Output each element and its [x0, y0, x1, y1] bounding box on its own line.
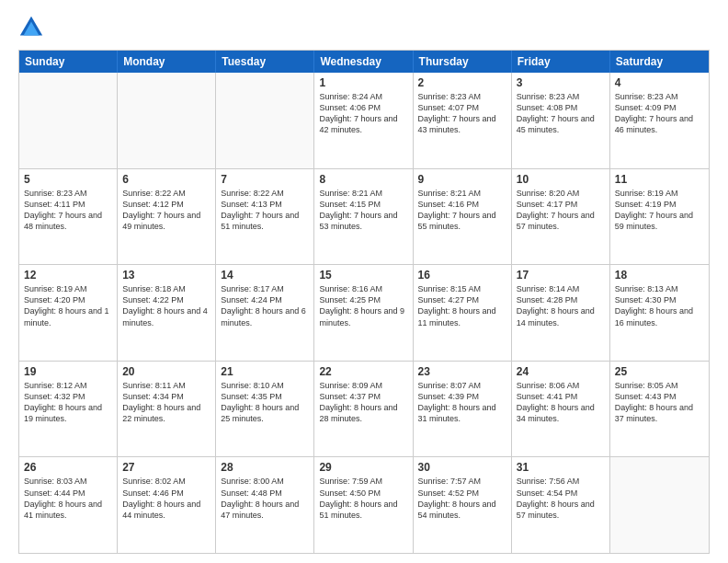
header-day-tuesday: Tuesday [216, 51, 314, 73]
day-info: Sunrise: 7:59 AMSunset: 4:50 PMDaylight:… [319, 476, 407, 521]
day-info: Sunrise: 8:16 AMSunset: 4:25 PMDaylight:… [319, 283, 407, 328]
header-day-sunday: Sunday [19, 51, 118, 73]
calendar-row-5: 26Sunrise: 8:03 AMSunset: 4:44 PMDayligh… [19, 456, 709, 553]
day-info: Sunrise: 8:23 AMSunset: 4:11 PMDaylight:… [24, 188, 112, 233]
calendar-cell [610, 457, 709, 553]
day-number: 5 [24, 173, 112, 186]
calendar-cell: 19Sunrise: 8:12 AMSunset: 4:32 PMDayligh… [19, 362, 118, 457]
day-info: Sunrise: 8:21 AMSunset: 4:15 PMDaylight:… [319, 188, 407, 233]
day-number: 16 [418, 269, 506, 282]
day-info: Sunrise: 8:22 AMSunset: 4:13 PMDaylight:… [221, 188, 309, 233]
day-info: Sunrise: 8:02 AMSunset: 4:46 PMDaylight:… [122, 476, 210, 521]
calendar-cell: 12Sunrise: 8:19 AMSunset: 4:20 PMDayligh… [19, 265, 118, 361]
day-number: 2 [418, 76, 506, 89]
day-number: 4 [615, 76, 704, 89]
day-info: Sunrise: 8:05 AMSunset: 4:43 PMDaylight:… [615, 380, 704, 425]
calendar-cell: 13Sunrise: 8:18 AMSunset: 4:22 PMDayligh… [118, 265, 216, 361]
day-number: 26 [24, 461, 112, 474]
day-info: Sunrise: 8:23 AMSunset: 4:07 PMDaylight:… [418, 91, 506, 136]
calendar-row-2: 5Sunrise: 8:23 AMSunset: 4:11 PMDaylight… [19, 168, 709, 265]
calendar-cell: 8Sunrise: 8:21 AMSunset: 4:15 PMDaylight… [314, 169, 413, 265]
day-number: 25 [615, 365, 704, 378]
day-info: Sunrise: 8:21 AMSunset: 4:16 PMDaylight:… [418, 188, 506, 233]
day-info: Sunrise: 8:07 AMSunset: 4:39 PMDaylight:… [418, 380, 506, 425]
calendar-cell: 30Sunrise: 7:57 AMSunset: 4:52 PMDayligh… [414, 457, 512, 553]
day-info: Sunrise: 7:56 AMSunset: 4:54 PMDaylight:… [517, 476, 605, 521]
day-info: Sunrise: 8:22 AMSunset: 4:12 PMDaylight:… [122, 188, 210, 233]
calendar-cell: 11Sunrise: 8:19 AMSunset: 4:19 PMDayligh… [610, 169, 709, 265]
day-number: 22 [319, 365, 407, 378]
calendar: SundayMondayTuesdayWednesdayThursdayFrid… [18, 50, 710, 554]
day-number: 12 [24, 269, 112, 282]
calendar-cell: 18Sunrise: 8:13 AMSunset: 4:30 PMDayligh… [610, 265, 709, 361]
calendar-body: 1Sunrise: 8:24 AMSunset: 4:06 PMDaylight… [19, 73, 709, 553]
header-day-friday: Friday [512, 51, 610, 73]
calendar-cell: 26Sunrise: 8:03 AMSunset: 4:44 PMDayligh… [19, 457, 118, 553]
day-info: Sunrise: 8:13 AMSunset: 4:30 PMDaylight:… [615, 283, 704, 328]
day-number: 15 [319, 269, 407, 282]
header-day-thursday: Thursday [414, 51, 512, 73]
day-info: Sunrise: 8:11 AMSunset: 4:34 PMDaylight:… [122, 380, 210, 425]
day-number: 20 [122, 365, 210, 378]
day-info: Sunrise: 8:23 AMSunset: 4:08 PMDaylight:… [517, 91, 605, 136]
day-number: 10 [517, 173, 605, 186]
logo [18, 15, 48, 40]
day-info: Sunrise: 8:20 AMSunset: 4:17 PMDaylight:… [517, 188, 605, 233]
day-info: Sunrise: 8:23 AMSunset: 4:09 PMDaylight:… [615, 91, 704, 136]
calendar-cell: 16Sunrise: 8:15 AMSunset: 4:27 PMDayligh… [414, 265, 512, 361]
calendar-cell: 4Sunrise: 8:23 AMSunset: 4:09 PMDaylight… [610, 73, 709, 168]
calendar-cell: 2Sunrise: 8:23 AMSunset: 4:07 PMDaylight… [414, 73, 512, 168]
day-info: Sunrise: 8:19 AMSunset: 4:20 PMDaylight:… [24, 283, 112, 328]
calendar-cell: 22Sunrise: 8:09 AMSunset: 4:37 PMDayligh… [314, 362, 413, 457]
day-info: Sunrise: 8:09 AMSunset: 4:37 PMDaylight:… [319, 380, 407, 425]
calendar-row-1: 1Sunrise: 8:24 AMSunset: 4:06 PMDaylight… [19, 73, 709, 168]
day-info: Sunrise: 8:15 AMSunset: 4:27 PMDaylight:… [418, 283, 506, 328]
day-number: 3 [517, 76, 605, 89]
calendar-cell [118, 73, 216, 168]
calendar-cell: 9Sunrise: 8:21 AMSunset: 4:16 PMDaylight… [414, 169, 512, 265]
day-number: 21 [221, 365, 309, 378]
calendar-row-3: 12Sunrise: 8:19 AMSunset: 4:20 PMDayligh… [19, 264, 709, 361]
day-info: Sunrise: 8:03 AMSunset: 4:44 PMDaylight:… [24, 476, 112, 521]
day-info: Sunrise: 8:14 AMSunset: 4:28 PMDaylight:… [517, 283, 605, 328]
calendar-row-4: 19Sunrise: 8:12 AMSunset: 4:32 PMDayligh… [19, 361, 709, 457]
day-number: 17 [517, 269, 605, 282]
day-number: 7 [221, 173, 309, 186]
calendar-cell: 10Sunrise: 8:20 AMSunset: 4:17 PMDayligh… [512, 169, 610, 265]
day-number: 30 [418, 461, 506, 474]
calendar-cell: 31Sunrise: 7:56 AMSunset: 4:54 PMDayligh… [512, 457, 610, 553]
page: SundayMondayTuesdayWednesdayThursdayFrid… [0, 0, 728, 563]
header [18, 15, 710, 40]
header-day-wednesday: Wednesday [314, 51, 413, 73]
day-number: 1 [319, 76, 407, 89]
day-info: Sunrise: 8:17 AMSunset: 4:24 PMDaylight:… [221, 283, 309, 328]
day-info: Sunrise: 8:18 AMSunset: 4:22 PMDaylight:… [122, 283, 210, 328]
header-day-monday: Monday [118, 51, 216, 73]
calendar-cell: 5Sunrise: 8:23 AMSunset: 4:11 PMDaylight… [19, 169, 118, 265]
header-day-saturday: Saturday [610, 51, 709, 73]
calendar-cell: 6Sunrise: 8:22 AMSunset: 4:12 PMDaylight… [118, 169, 216, 265]
calendar-cell [19, 73, 118, 168]
calendar-cell: 1Sunrise: 8:24 AMSunset: 4:06 PMDaylight… [314, 73, 413, 168]
day-info: Sunrise: 8:24 AMSunset: 4:06 PMDaylight:… [319, 91, 407, 136]
calendar-cell: 29Sunrise: 7:59 AMSunset: 4:50 PMDayligh… [314, 457, 413, 553]
day-info: Sunrise: 8:00 AMSunset: 4:48 PMDaylight:… [221, 476, 309, 521]
day-info: Sunrise: 7:57 AMSunset: 4:52 PMDaylight:… [418, 476, 506, 521]
day-info: Sunrise: 8:06 AMSunset: 4:41 PMDaylight:… [517, 380, 605, 425]
calendar-cell: 3Sunrise: 8:23 AMSunset: 4:08 PMDaylight… [512, 73, 610, 168]
day-info: Sunrise: 8:19 AMSunset: 4:19 PMDaylight:… [615, 188, 704, 233]
day-number: 28 [221, 461, 309, 474]
calendar-cell [216, 73, 314, 168]
calendar-cell: 28Sunrise: 8:00 AMSunset: 4:48 PMDayligh… [216, 457, 314, 553]
calendar-cell: 27Sunrise: 8:02 AMSunset: 4:46 PMDayligh… [118, 457, 216, 553]
day-number: 23 [418, 365, 506, 378]
calendar-cell: 21Sunrise: 8:10 AMSunset: 4:35 PMDayligh… [216, 362, 314, 457]
calendar-cell: 23Sunrise: 8:07 AMSunset: 4:39 PMDayligh… [414, 362, 512, 457]
day-info: Sunrise: 8:12 AMSunset: 4:32 PMDaylight:… [24, 380, 112, 425]
day-number: 11 [615, 173, 704, 186]
calendar-cell: 25Sunrise: 8:05 AMSunset: 4:43 PMDayligh… [610, 362, 709, 457]
day-number: 31 [517, 461, 605, 474]
calendar-cell: 20Sunrise: 8:11 AMSunset: 4:34 PMDayligh… [118, 362, 216, 457]
day-info: Sunrise: 8:10 AMSunset: 4:35 PMDaylight:… [221, 380, 309, 425]
day-number: 6 [122, 173, 210, 186]
